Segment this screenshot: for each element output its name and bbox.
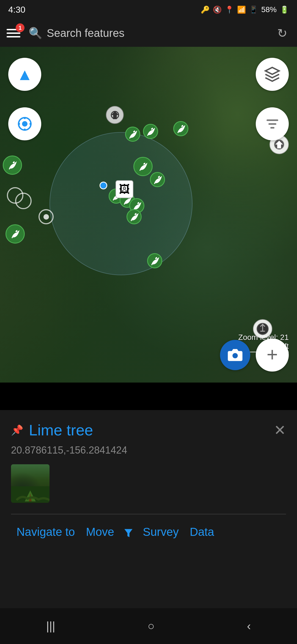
- gesture-nav-bar: ||| ○ ‹: [0, 608, 297, 644]
- map-marker-6[interactable]: [150, 172, 165, 187]
- compass-button[interactable]: ▲: [8, 58, 41, 91]
- menu-button[interactable]: 1: [7, 25, 23, 41]
- tree-icon-marker: [106, 106, 124, 124]
- search-field[interactable]: 🔍 Search features: [29, 27, 268, 40]
- status-icons: 🔑 🔇 📍 📶 📱 58% 🔋: [201, 5, 289, 14]
- wifi-icon: 📶: [237, 6, 246, 14]
- data-button[interactable]: Data: [184, 523, 220, 541]
- search-icon: 🔍: [29, 27, 42, 40]
- menu-badge: 1: [16, 23, 24, 32]
- move-button[interactable]: Move: [80, 523, 120, 541]
- menu-bar-3: [7, 36, 20, 37]
- camera-button[interactable]: [220, 340, 250, 370]
- nature-badge-bottom: [253, 319, 272, 339]
- ring-marker-filled: [38, 209, 54, 224]
- tree-photo-svg: [11, 486, 50, 503]
- navigate-to-button[interactable]: Navigate to: [11, 523, 80, 541]
- layers-icon: [264, 66, 280, 83]
- battery-icon: 🔋: [280, 6, 289, 14]
- location-icon: 📍: [225, 6, 234, 14]
- panel-title-row: 📌 Lime tree: [11, 421, 93, 439]
- add-button[interactable]: +: [256, 339, 289, 372]
- status-time: 4:30: [8, 5, 25, 15]
- compass-icon: ▲: [16, 65, 33, 84]
- user-location-dot: [100, 182, 107, 189]
- panel-coordinates: 20.8786115,-156.2841424: [0, 444, 297, 464]
- ring-marker-2: [15, 193, 32, 209]
- map-area[interactable]: 🖼 ▲ Zoom level: 21 22.82 ft: [0, 47, 297, 383]
- map-marker-2[interactable]: [125, 127, 140, 142]
- search-placeholder: Search features: [47, 27, 124, 39]
- panel-image-thumbnail[interactable]: [11, 464, 50, 503]
- panel-image-inner: [11, 464, 50, 503]
- panel-header: 📌 Lime tree ✕: [0, 410, 297, 444]
- action-filter-icon[interactable]: [122, 524, 134, 540]
- map-marker-12[interactable]: [147, 253, 162, 268]
- map-marker-11[interactable]: [6, 224, 25, 244]
- svg-point-5: [232, 353, 238, 358]
- pin-icon: 📌: [11, 424, 23, 436]
- add-icon: +: [267, 345, 278, 364]
- mute-icon: 🔇: [213, 6, 222, 14]
- back-gesture[interactable]: ‹: [247, 620, 251, 633]
- refresh-icon: ↻: [277, 26, 287, 40]
- search-bar: 1 🔍 Search features ↻: [0, 19, 297, 47]
- recents-gesture[interactable]: |||: [46, 620, 55, 633]
- panel-title: Lime tree: [29, 421, 93, 439]
- divider: [11, 514, 286, 514]
- key-icon: 🔑: [201, 6, 210, 14]
- home-gesture[interactable]: ○: [148, 620, 155, 633]
- filter-icon: [265, 116, 280, 132]
- bottom-panel: 📌 Lime tree ✕ 20.8786115,-156.2841424 Na…: [0, 410, 297, 608]
- battery-text: 58%: [261, 5, 277, 14]
- ring-inner-dot: [43, 214, 49, 220]
- map-marker-5[interactable]: [133, 157, 153, 176]
- map-marker-3[interactable]: [143, 124, 158, 139]
- camera-icon: [227, 347, 243, 363]
- map-marker-10[interactable]: [127, 209, 142, 224]
- svg-point-2: [22, 121, 28, 127]
- location-button[interactable]: [8, 107, 41, 140]
- signal-icon: 📱: [249, 6, 258, 14]
- menu-bar-2: [7, 32, 20, 34]
- map-marker-1[interactable]: [3, 155, 22, 175]
- map-marker-4[interactable]: [173, 121, 188, 136]
- photo-marker[interactable]: 🖼: [116, 180, 133, 198]
- layers-button[interactable]: [256, 58, 289, 91]
- filter-button[interactable]: [256, 107, 289, 140]
- survey-button[interactable]: Survey: [137, 523, 184, 541]
- close-button[interactable]: ✕: [274, 422, 286, 438]
- refresh-button[interactable]: ↻: [274, 25, 290, 41]
- location-icon: [16, 116, 33, 132]
- status-bar: 4:30 🔑 🔇 📍 📶 📱 58% 🔋: [0, 0, 297, 19]
- panel-actions: Navigate to Move Survey Data: [0, 517, 297, 547]
